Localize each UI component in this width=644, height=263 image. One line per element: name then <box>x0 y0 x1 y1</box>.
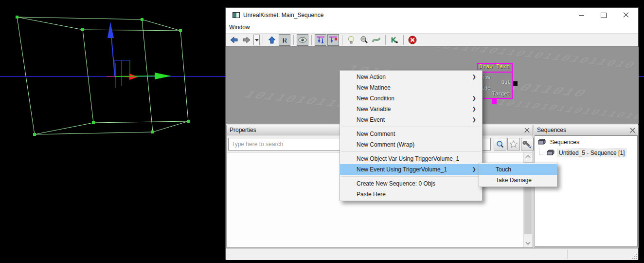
open-parent-sequence-button[interactable] <box>266 34 278 46</box>
menu-item-new-variable[interactable]: New Variable <box>340 104 482 114</box>
eye-icon <box>298 35 307 45</box>
back-arrow-icon <box>229 35 239 45</box>
sequence-box-icon <box>537 139 546 146</box>
rename-r-icon: R <box>280 35 289 45</box>
menu-bar: Window <box>226 22 638 33</box>
tree-item-label: Untitled_5 - Sequence [1] <box>557 149 626 157</box>
resize-grip[interactable] <box>631 253 637 259</box>
menu-item-new-event-using-triggervolume[interactable]: New Event Using TriggerVolume_1 <box>340 164 482 175</box>
sequences-close-icon[interactable] <box>630 128 635 133</box>
kismet-k-icon: K <box>390 35 399 45</box>
submenu-item-touch[interactable]: Touch <box>479 164 557 175</box>
back-button[interactable] <box>228 34 240 46</box>
scroll-up-button[interactable] <box>524 152 532 161</box>
app-icon <box>233 12 240 18</box>
tree-item-sequences[interactable]: Sequences <box>535 138 637 147</box>
minimize-icon <box>579 15 584 16</box>
toolbar-separator <box>263 35 263 45</box>
hide-connectors-button[interactable] <box>297 34 308 46</box>
svg-text:R: R <box>282 37 287 44</box>
menu-item-create-new-sequence[interactable]: Create New Sequence: 0 Objs <box>340 178 482 189</box>
dropdown-arrow-icon <box>255 39 259 41</box>
toolbar-separator <box>342 35 342 45</box>
titlebar[interactable]: UnrealKismet: Main_Sequence <box>226 8 638 22</box>
toolbar-separator <box>311 35 312 45</box>
close-icon <box>623 12 629 18</box>
up-arrow-icon <box>267 35 277 45</box>
node-title: Draw Text <box>478 64 512 73</box>
pin-connectors-icon <box>316 35 325 45</box>
menu-item-new-action[interactable]: New Action <box>340 72 482 82</box>
node-output-out[interactable]: Out <box>501 79 510 85</box>
watermark: 1011010110101101011010 <box>432 47 638 70</box>
curve-connections-button[interactable] <box>371 34 382 46</box>
properties-close-icon[interactable] <box>524 128 530 133</box>
target-connector[interactable] <box>492 99 497 104</box>
menu-window-rest: indow <box>234 24 250 31</box>
toolbar-separator <box>385 35 386 45</box>
menu-item-new-comment-wrap[interactable]: New Comment (Wrap) <box>340 139 482 150</box>
menu-separator <box>341 176 481 177</box>
chevron-up-icon <box>526 155 531 160</box>
star-icon <box>509 140 518 149</box>
output-connector[interactable] <box>513 81 518 86</box>
toolbar-separator <box>293 35 294 45</box>
menu-separator <box>341 127 481 127</box>
statusbar-divider <box>567 250 568 259</box>
tree-item-untitled5[interactable]: Untitled_5 - Sequence [1] <box>535 149 637 157</box>
properties-title: Properties <box>230 127 256 133</box>
node-var-target[interactable]: Target <box>492 91 510 96</box>
sequences-tree: Sequences Untitled_5 - Sequence [1] <box>535 135 638 247</box>
pin-connectors-break-icon <box>328 35 338 45</box>
menu-item-new-comment[interactable]: New Comment <box>340 129 482 139</box>
options-button[interactable] <box>521 138 534 150</box>
search-go-button[interactable] <box>494 138 506 150</box>
menu-item-new-event[interactable]: New Event <box>340 114 482 125</box>
menu-separator <box>341 151 481 152</box>
context-menu: New Action New Matinee New Condition New… <box>340 70 483 201</box>
tree-connector <box>539 148 546 155</box>
wrench-icon <box>522 140 532 149</box>
desktop: UnrealKismet: Main_Sequence Window R <box>0 0 644 263</box>
favorites-button[interactable] <box>507 138 520 150</box>
maximize-icon <box>601 13 607 18</box>
close-button[interactable] <box>615 8 637 22</box>
pin-connectors-button[interactable] <box>315 34 326 46</box>
search-button[interactable] <box>358 34 370 46</box>
search-magnifier-icon <box>496 140 504 149</box>
status-bar <box>226 248 638 260</box>
event-submenu: Touch Take Damage <box>479 163 557 187</box>
menu-window-accel: W <box>229 24 234 31</box>
sequence-box-icon <box>546 150 555 156</box>
maximize-button[interactable] <box>592 8 615 22</box>
submenu-item-take-damage[interactable]: Take Damage <box>479 175 557 186</box>
forward-arrow-icon <box>242 35 251 45</box>
tree-item-label: Sequences <box>549 138 581 146</box>
toolbar-separator <box>403 35 404 45</box>
transform-gizmo[interactable] <box>107 22 171 88</box>
lightbulb-icon <box>346 35 356 45</box>
remove-object-button[interactable] <box>407 34 418 46</box>
sequences-title: Sequences <box>537 127 566 133</box>
open-kismet-button[interactable]: K <box>389 34 400 46</box>
minimize-button[interactable] <box>570 8 592 22</box>
toolbar: R K <box>226 33 638 47</box>
bulb-button[interactable] <box>345 34 357 46</box>
history-dropdown-button[interactable] <box>253 35 260 45</box>
pin-connectors-break-button[interactable] <box>327 34 339 46</box>
forward-button[interactable] <box>241 34 252 46</box>
scroll-down-button[interactable] <box>524 239 532 247</box>
menu-item-window[interactable]: Window <box>226 22 253 32</box>
sequences-header[interactable]: Sequences <box>534 125 638 135</box>
menu-item-new-condition[interactable]: New Condition <box>340 93 482 104</box>
magnifier-icon <box>359 35 369 45</box>
menu-item-new-object-var[interactable]: New Object Var Using TriggerVolume_1 <box>340 153 482 164</box>
chevron-down-icon <box>526 240 531 244</box>
level-viewport[interactable] <box>0 0 225 263</box>
menu-item-paste-here[interactable]: Paste Here <box>340 189 482 200</box>
rename-sequence-button[interactable]: R <box>279 34 290 46</box>
menu-item-new-matinee[interactable]: New Matinee <box>340 82 482 93</box>
gizmo-y-arrow[interactable] <box>155 73 171 79</box>
node-body: Show Hide Out Target <box>478 73 512 98</box>
curve-icon <box>371 35 382 45</box>
